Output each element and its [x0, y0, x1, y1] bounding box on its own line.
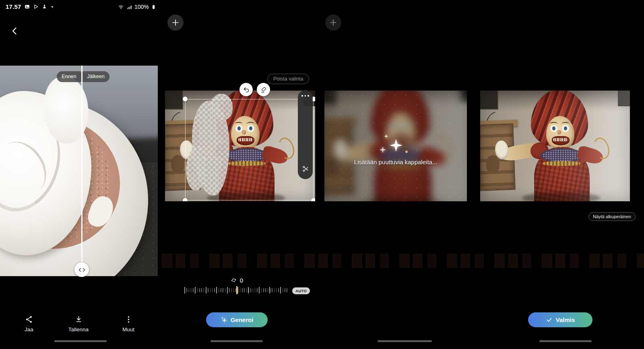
share-button[interactable]: Jaa — [12, 315, 46, 332]
battery-percent: 100% — [134, 4, 149, 10]
add-window-button-active[interactable] — [167, 14, 184, 31]
edit-side-toolbar — [298, 90, 313, 179]
show-original-button[interactable]: Näytä alkuperäinen — [588, 212, 636, 221]
gallery-icon — [24, 4, 30, 10]
ai-sparkle-icon — [221, 316, 227, 323]
back-button[interactable] — [9, 25, 21, 37]
save-button[interactable]: Tallenna — [62, 315, 95, 332]
after-label[interactable]: Jälkeen — [83, 71, 109, 82]
photo-editor-multiwindow-screen: 17.57 100% — [0, 0, 644, 349]
more-button[interactable]: Muut — [111, 315, 145, 332]
generate-label: Generoi — [231, 316, 254, 323]
result-photo — [480, 91, 630, 201]
rotate-perspective-icon — [230, 277, 237, 284]
checkmark-icon — [546, 316, 553, 323]
result-photo-highlight — [480, 91, 630, 201]
edit-canvas-photo[interactable] — [165, 91, 315, 201]
window-drag-handle-2[interactable] — [211, 340, 263, 342]
download-icon — [74, 315, 83, 324]
eraser-icon — [260, 86, 267, 93]
eraser-button[interactable] — [257, 83, 270, 96]
sparkle-large-icon — [388, 138, 404, 153]
faint-watermark — [162, 254, 644, 268]
rotation-slider[interactable] — [184, 286, 289, 294]
auto-rotate-button[interactable]: AUTO — [292, 287, 310, 294]
selection-handle-top-left[interactable] — [183, 97, 188, 101]
sparkle-gold-dot — [405, 151, 408, 153]
sparkle-medium-icon — [379, 146, 387, 154]
plus-icon — [171, 18, 180, 27]
wifi-icon — [118, 4, 124, 10]
ai-processing-sparkles — [379, 134, 413, 159]
undo-button[interactable] — [239, 83, 253, 96]
battery-icon — [151, 4, 156, 10]
done-label: Valmis — [556, 316, 575, 323]
rotation-center-tick — [236, 286, 237, 294]
play-store-icon — [33, 4, 39, 10]
before-after-photo — [0, 66, 158, 276]
chevron-right-icon — [83, 268, 86, 272]
selection-handle-bottom-right[interactable] — [311, 198, 315, 201]
before-after-slider-handle[interactable] — [74, 262, 89, 277]
notification-dot — [52, 6, 53, 8]
before-after-divider-line[interactable] — [81, 66, 83, 263]
rotation-value: 0 — [240, 277, 243, 284]
more-vertical-icon — [124, 315, 133, 324]
before-label[interactable]: Ennen — [57, 71, 81, 82]
undo-icon — [243, 86, 250, 93]
status-bar-right: 100% — [118, 4, 156, 10]
ellipsis-menu-icon[interactable] — [298, 95, 313, 97]
silhouette-icon — [42, 4, 47, 10]
window-drag-handle-3[interactable] — [378, 340, 432, 342]
chevron-left-icon — [78, 268, 81, 272]
selection-handle-bottom-left[interactable] — [183, 198, 188, 201]
plus-icon — [329, 18, 338, 27]
done-button[interactable]: Valmis — [528, 312, 592, 327]
cut-out-button[interactable] — [301, 165, 309, 174]
processing-message: Lisätään puuttuvia kappaleita... — [324, 159, 467, 165]
signal-strength-icon — [126, 4, 132, 10]
add-window-button-dim[interactable] — [325, 14, 341, 31]
save-label: Tallenna — [68, 326, 89, 332]
more-label: Muut — [122, 326, 134, 332]
clock: 17.57 — [6, 3, 21, 10]
selection-box[interactable] — [185, 99, 314, 200]
generate-button[interactable]: Generoi — [206, 312, 268, 327]
share-label: Jaa — [25, 326, 33, 332]
window-drag-handle-1[interactable] — [54, 340, 107, 342]
scissors-icon — [301, 165, 309, 173]
window-drag-handle-4[interactable] — [539, 340, 592, 342]
remove-selection-button[interactable]: Poista valinta — [267, 74, 309, 84]
share-icon — [25, 315, 33, 324]
status-bar-left: 17.57 — [6, 3, 53, 10]
rotation-readout: 0 — [165, 277, 308, 284]
